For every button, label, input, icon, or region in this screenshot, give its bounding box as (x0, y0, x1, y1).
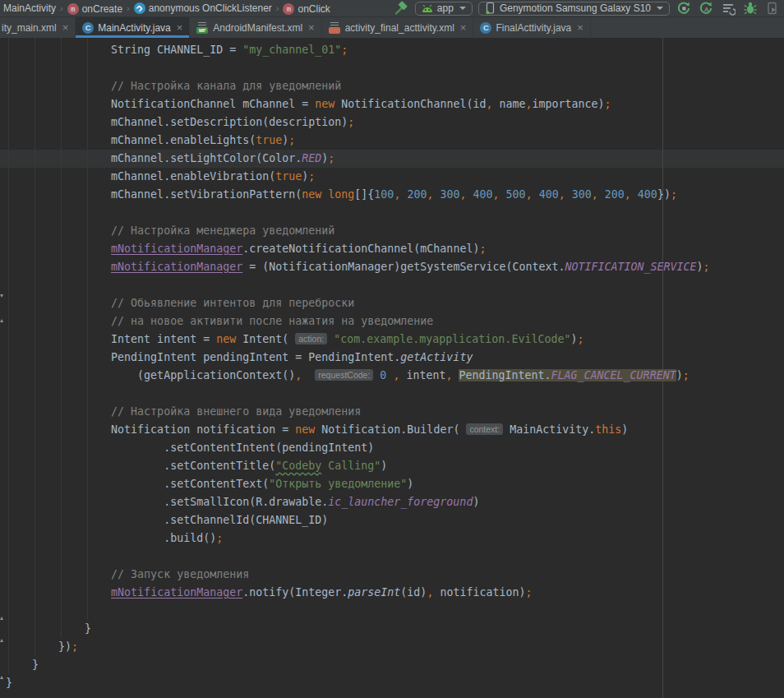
anonymous-class-icon (134, 2, 145, 14)
java-class-icon: C (480, 22, 491, 34)
tab-close-icon[interactable]: × (577, 22, 583, 33)
editor-tab-bar: ity_main.xml×CMainActivity.java×MFAndroi… (0, 17, 784, 38)
code-line[interactable]: mChannel.enableLights(true); (6, 132, 710, 150)
parameter-hint: requestCode: (315, 369, 373, 381)
fold-marker-icon[interactable]: ▴ (0, 615, 7, 622)
code-line[interactable]: // Настройка внешнего вида уведомления (6, 403, 710, 421)
code-line[interactable]: // Обьявление интентов для переброски (6, 294, 710, 312)
code-line[interactable]: .build(); (6, 529, 710, 548)
code-line[interactable]: PendingIntent pendingIntent = PendingInt… (6, 349, 710, 367)
code-line[interactable]: mChannel.setVibrationPattern(new long[]{… (6, 186, 710, 204)
code-line[interactable]: .setChannelId(CHANNEL_ID) (6, 511, 710, 529)
method-icon: m (67, 3, 79, 15)
code-line[interactable]: } (6, 674, 710, 692)
code-line[interactable]: mNotificationManager.createNotificationC… (6, 240, 710, 258)
code-line[interactable] (6, 59, 710, 77)
code-line[interactable]: // Настройка канала для уведомлений (6, 77, 710, 95)
code-line[interactable]: .setContentText("Открыть уведомление") (6, 475, 710, 493)
tab-label: FinalActtivity.java (496, 22, 571, 34)
run-widget: app Genymotion Samsung Galaxy S10 (393, 1, 781, 16)
breadcrumb-item-onclick[interactable]: monClick (281, 3, 331, 15)
breadcrumb-item-anonymous-onclicklistener[interactable]: anonymous OnClickListener (132, 2, 274, 14)
tab-AndroidManifest.xml[interactable]: MFAndroidManifest.xml× (190, 17, 321, 38)
breadcrumb-label: MainActivity (3, 2, 56, 14)
breadcrumb-separator: › (127, 3, 130, 13)
parameter-hint: context: (466, 423, 503, 435)
chevron-down-icon (459, 7, 466, 10)
code-line[interactable]: } (6, 656, 710, 674)
breadcrumb-separator: › (276, 3, 279, 13)
breadcrumb-label: onCreate (82, 3, 122, 15)
device-selector-label: Genymotion Samsung Galaxy S10 (500, 2, 651, 14)
code-line[interactable]: // Настройка менеджера уведомлений (6, 222, 710, 240)
code-line[interactable]: // на новое активити после нажатия на ув… (6, 312, 710, 331)
tab-close-icon[interactable]: × (460, 22, 467, 33)
profile-button[interactable] (720, 1, 736, 16)
code-line[interactable]: String CHANNEL_ID = "my_channel_01"; (6, 41, 710, 59)
apply-code-changes-icon: A (699, 1, 713, 16)
attach-debugger-icon (743, 1, 758, 16)
code-line[interactable]: mChannel.setLightColor(Color.RED); (6, 150, 710, 168)
code-line[interactable]: mNotificationManager = (NotificationMana… (6, 258, 710, 276)
code-line[interactable]: Notification notification = new Notifica… (6, 421, 710, 439)
breadcrumb-separator: › (60, 3, 63, 13)
code-line[interactable]: mNotificationManager.notify(Integer.pars… (6, 584, 710, 602)
module-selector[interactable]: app (415, 2, 473, 16)
breadcrumb-label: onClick (297, 3, 330, 15)
fold-marker-icon[interactable]: ▴ (0, 317, 7, 324)
tab-ity_main.xml[interactable]: ity_main.xml× (0, 17, 76, 38)
method-icon: m (283, 3, 294, 15)
code-line[interactable]: NotificationChannel mChannel = new Notif… (6, 95, 710, 113)
svg-text:A: A (704, 6, 709, 13)
device-selector[interactable]: Genymotion Samsung Galaxy S10 (478, 2, 670, 16)
tab-MainActivity.java[interactable]: CMainActivity.java× (76, 17, 190, 38)
hammer-icon (394, 1, 408, 16)
phone-icon (485, 2, 496, 15)
code-line[interactable] (6, 602, 710, 620)
fold-marker-icon[interactable]: ▴ (0, 637, 7, 644)
code-line[interactable]: mChannel.enableVibration(true); (6, 168, 710, 186)
device-file-explorer-button[interactable] (764, 1, 781, 16)
code-line[interactable]: } (6, 620, 710, 638)
code-line[interactable]: .setContentTitle("Codeby Calling") (6, 457, 710, 475)
tab-label: MainActivity.java (98, 22, 170, 34)
code-line[interactable] (6, 276, 710, 294)
code-line[interactable] (6, 385, 710, 403)
code-line[interactable]: mChannel.setDescription(description); (6, 113, 710, 132)
breadcrumb: MainActivity›monCreate›anonymous OnClick… (2, 2, 332, 15)
tab-FinalActtivity.java[interactable]: CFinalActtivity.java× (473, 17, 590, 38)
code-line[interactable]: // Запуск уведомления (6, 566, 710, 584)
java-class-icon: C (82, 22, 94, 34)
manifest-file-icon: MF (196, 21, 209, 34)
android-icon (422, 3, 433, 14)
breadcrumb-item-mainactivity[interactable]: MainActivity (2, 2, 58, 14)
code-line[interactable]: }); (6, 638, 710, 656)
code-line[interactable]: .setSmallIcon(R.drawable.ic_launcher_for… (6, 493, 710, 511)
apply-code-changes-button[interactable]: A (698, 1, 714, 16)
fold-marker-icon[interactable]: ▴ (0, 674, 7, 681)
apply-changes-icon (676, 1, 691, 16)
apply-changes-button[interactable] (676, 1, 692, 16)
code-line[interactable] (6, 548, 710, 566)
navigation-bar: MainActivity›monCreate›anonymous OnClick… (0, 0, 784, 17)
device-file-explorer-icon (765, 1, 780, 16)
code-line[interactable]: (getApplicationContext(), requestCode: 0… (6, 367, 710, 385)
profile-icon (721, 1, 736, 16)
code-line[interactable]: Intent intent = new Intent( action: "com… (6, 331, 710, 349)
tab-close-icon[interactable]: × (62, 22, 69, 33)
attach-debugger-button[interactable] (742, 1, 759, 16)
code-text: String CHANNEL_ID = "my_channel_01"; // … (6, 41, 710, 692)
tab-label: AndroidManifest.xml (213, 22, 302, 34)
code-editor[interactable]: String CHANNEL_ID = "my_channel_01"; // … (0, 38, 784, 698)
parameter-hint: action: (295, 333, 327, 344)
code-line[interactable]: .setContentIntent(pendingIntent) (6, 439, 710, 457)
build-hammer-button[interactable] (393, 1, 409, 16)
tab-close-icon[interactable]: × (177, 22, 183, 33)
code-line[interactable] (6, 204, 710, 222)
tab-activity_final_acttivity.xml[interactable]: activity_final_acttivity.xml× (322, 17, 474, 38)
chevron-down-icon (657, 7, 663, 10)
fold-marker-icon[interactable]: ▾ (0, 293, 7, 299)
breadcrumb-item-oncreate[interactable]: monCreate (66, 3, 124, 15)
tab-close-icon[interactable]: × (308, 22, 315, 33)
module-selector-label: app (437, 2, 454, 14)
